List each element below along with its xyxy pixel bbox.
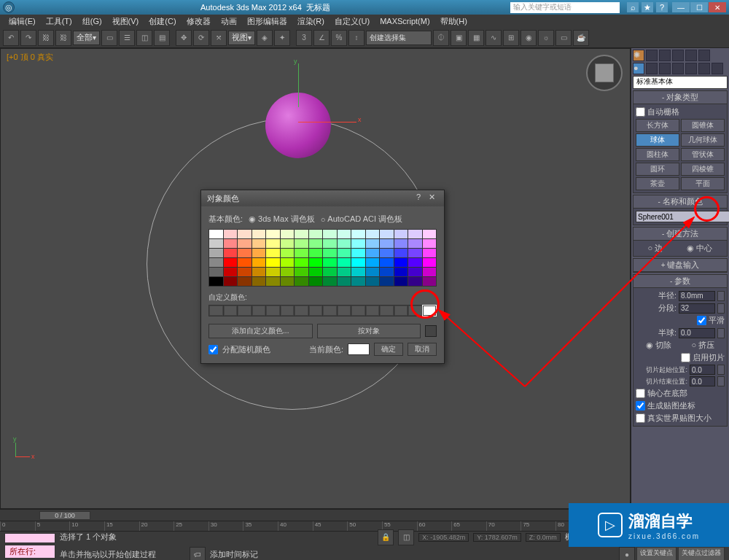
color-swatch-cell[interactable] bbox=[238, 239, 252, 248]
color-swatch-cell[interactable] bbox=[252, 230, 266, 238]
primitive-button[interactable]: 长方体 bbox=[636, 119, 679, 132]
rollout-header-name-color[interactable]: - 名称和颜色 bbox=[634, 195, 727, 209]
hemisphere-spinner[interactable] bbox=[679, 328, 715, 338]
object-name-input[interactable] bbox=[636, 211, 729, 222]
color-swatch-cell[interactable] bbox=[295, 268, 308, 276]
slice-to-spinner[interactable] bbox=[690, 376, 715, 386]
color-swatch-cell[interactable] bbox=[408, 277, 422, 286]
color-swatch-cell[interactable] bbox=[423, 258, 437, 267]
primitive-button[interactable]: 茶壶 bbox=[636, 177, 679, 190]
color-swatch-cell[interactable] bbox=[380, 249, 394, 257]
radius-spinner[interactable] bbox=[679, 291, 715, 301]
helpers-icon[interactable] bbox=[685, 63, 697, 74]
named-selection-sets[interactable]: 创建选择集 bbox=[366, 31, 432, 45]
help-search-input[interactable]: 输入关键字或短语 bbox=[510, 2, 620, 13]
rollout-header-keyboard[interactable]: + 键盘输入 bbox=[634, 259, 727, 272]
menu-group[interactable]: 组(G) bbox=[78, 16, 106, 27]
color-swatch-cell[interactable] bbox=[224, 230, 238, 238]
cameras-icon[interactable] bbox=[672, 63, 684, 74]
color-swatch-cell[interactable] bbox=[351, 268, 365, 276]
dialog-title-bar[interactable]: 对象颜色 ? ✕ bbox=[201, 190, 444, 206]
menu-customize[interactable]: 自定义(U) bbox=[330, 16, 374, 27]
custom-color-slot[interactable] bbox=[238, 306, 252, 316]
manipulate-button[interactable]: ✦ bbox=[274, 30, 290, 46]
color-swatch-cell[interactable] bbox=[252, 239, 266, 248]
color-swatch-cell[interactable] bbox=[366, 249, 380, 257]
ok-button[interactable]: 确定 bbox=[374, 343, 403, 356]
color-swatch-cell[interactable] bbox=[309, 230, 323, 238]
color-swatch-cell[interactable] bbox=[309, 239, 323, 248]
color-swatch-cell[interactable] bbox=[423, 268, 437, 276]
primitive-button[interactable]: 几何球体 bbox=[681, 133, 725, 147]
unlink-button[interactable]: ⛓ bbox=[55, 30, 71, 46]
color-swatch-cell[interactable] bbox=[238, 230, 252, 238]
key-filter-button[interactable]: 关键点过滤器 bbox=[678, 547, 725, 561]
color-swatch-cell[interactable] bbox=[281, 249, 295, 257]
color-swatch-cell[interactable] bbox=[408, 258, 422, 267]
custom-color-slot[interactable] bbox=[309, 306, 323, 316]
utilities-tab-icon[interactable] bbox=[698, 50, 710, 61]
custom-color-slot[interactable] bbox=[394, 306, 408, 316]
color-swatch-cell[interactable] bbox=[351, 258, 365, 267]
align-button[interactable]: ▣ bbox=[451, 30, 467, 46]
radio-center[interactable]: ◉ 中心 bbox=[687, 243, 712, 254]
color-swatch-cell[interactable] bbox=[281, 258, 295, 267]
maximize-button[interactable]: ☐ bbox=[690, 2, 708, 12]
by-object-button[interactable]: 按对象 bbox=[317, 324, 421, 338]
setkey-button[interactable]: 设置关键点 bbox=[636, 547, 677, 561]
spinner-updown-icon[interactable] bbox=[717, 328, 725, 338]
slice-from-spinner[interactable] bbox=[690, 365, 715, 375]
custom-color-slot[interactable] bbox=[338, 306, 351, 316]
spinner-updown-icon[interactable] bbox=[717, 365, 725, 375]
color-swatch-cell[interactable] bbox=[423, 230, 437, 238]
layers-button[interactable]: ▦ bbox=[468, 30, 484, 46]
color-swatch-cell[interactable] bbox=[209, 239, 223, 248]
add-custom-color-button[interactable]: 添加自定义颜色... bbox=[208, 324, 313, 338]
color-swatch-cell[interactable] bbox=[338, 258, 351, 267]
time-slider[interactable]: 0 / 100 bbox=[39, 511, 90, 520]
color-swatch-cell[interactable] bbox=[252, 249, 266, 257]
color-swatch-cell[interactable] bbox=[338, 239, 351, 248]
link-button[interactable]: ⛓ bbox=[38, 30, 54, 46]
dialog-close-icon[interactable]: ✕ bbox=[425, 192, 438, 204]
custom-color-slot[interactable] bbox=[351, 306, 365, 316]
color-swatch-cell[interactable] bbox=[323, 277, 337, 286]
color-swatch-cell[interactable] bbox=[408, 230, 422, 238]
render-button[interactable]: ☕ bbox=[573, 30, 589, 46]
color-swatch-cell[interactable] bbox=[380, 258, 394, 267]
color-swatch-cell[interactable] bbox=[252, 277, 266, 286]
display-tab-icon[interactable] bbox=[685, 50, 697, 61]
color-swatch-cell[interactable] bbox=[309, 268, 323, 276]
menu-tools[interactable]: 工具(T) bbox=[42, 16, 77, 27]
window-crossing-button[interactable]: ▤ bbox=[154, 30, 170, 46]
radio-squash[interactable]: ○ 挤压 bbox=[691, 340, 714, 351]
color-swatch-cell[interactable] bbox=[281, 239, 295, 248]
mirror-button[interactable]: ⏀ bbox=[433, 30, 449, 46]
modify-tab-icon[interactable] bbox=[646, 50, 658, 61]
move-button[interactable]: ✥ bbox=[176, 30, 192, 46]
primitive-button[interactable]: 圆环 bbox=[636, 163, 679, 176]
primitive-button[interactable]: 圆锥体 bbox=[681, 119, 725, 132]
spinner-snap-button[interactable]: ↕ bbox=[348, 30, 364, 46]
color-swatch-cell[interactable] bbox=[351, 230, 365, 238]
color-swatch-cell[interactable] bbox=[323, 268, 337, 276]
color-swatch-cell[interactable] bbox=[309, 249, 323, 257]
color-swatch-cell[interactable] bbox=[408, 249, 422, 257]
color-swatch-cell[interactable] bbox=[266, 249, 280, 257]
render-frame-button[interactable]: ▭ bbox=[555, 30, 572, 46]
spinner-updown-icon[interactable] bbox=[717, 376, 725, 386]
color-swatch-cell[interactable] bbox=[238, 277, 252, 286]
color-swatch-cell[interactable] bbox=[380, 277, 394, 286]
radio-3dsmax-palette[interactable]: ◉ 3ds Max 调色板 bbox=[249, 214, 315, 225]
color-swatch-cell[interactable] bbox=[394, 249, 408, 257]
color-swatch-cell[interactable] bbox=[338, 268, 351, 276]
color-swatch-cell[interactable] bbox=[408, 239, 422, 248]
gen-map-checkbox[interactable] bbox=[636, 401, 645, 411]
coord-y[interactable]: Y: 1782.607m bbox=[473, 533, 521, 542]
primitive-button[interactable]: 管状体 bbox=[681, 148, 725, 161]
menu-create[interactable]: 创建(C) bbox=[144, 16, 180, 27]
ref-coord-system[interactable]: 视图 ▾ bbox=[228, 31, 255, 45]
pivot-button[interactable]: ◈ bbox=[257, 30, 273, 46]
color-swatch-cell[interactable] bbox=[266, 277, 280, 286]
color-swatch-cell[interactable] bbox=[394, 230, 408, 238]
